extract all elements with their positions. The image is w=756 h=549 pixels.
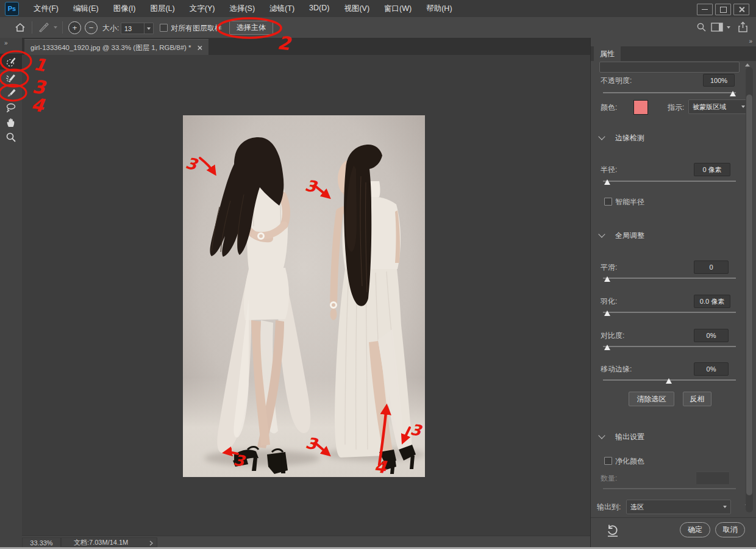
- collapse-panel-icon[interactable]: »: [4, 40, 7, 46]
- tool-preset-chevron-icon[interactable]: [54, 26, 57, 29]
- shift-edge-value-field[interactable]: 0%: [694, 362, 729, 376]
- contrast-slider-thumb[interactable]: [604, 345, 610, 350]
- document-info-field: 文档:7.03M/14.1M: [61, 537, 157, 547]
- maximize-button[interactable]: [715, 4, 731, 15]
- opacity-label: 不透明度:: [601, 76, 632, 86]
- shift-edge-label: 移动边缘:: [601, 364, 632, 375]
- shift-edge-slider-thumb[interactable]: [666, 378, 672, 384]
- status-chevron-icon[interactable]: [149, 540, 153, 546]
- menu-view[interactable]: 视图(V): [344, 4, 369, 14]
- feather-label: 羽化:: [601, 296, 617, 307]
- edge-detection-header[interactable]: 边缘检测: [615, 133, 644, 143]
- radius-slider-thumb[interactable]: [604, 179, 610, 185]
- menu-type[interactable]: 文字(Y): [190, 4, 215, 14]
- panel-collapse-icon[interactable]: »: [749, 38, 752, 45]
- tool-preset-brush-icon[interactable]: [38, 22, 50, 33]
- brush-tool[interactable]: [0, 85, 22, 101]
- document-size-info: 文档:7.03M/14.1M: [74, 538, 128, 547]
- maximize-icon: [720, 7, 727, 13]
- edge-detection-chevron-icon[interactable]: [598, 133, 605, 140]
- decrease-brush-button[interactable]: −: [85, 21, 98, 34]
- brush-icon: [5, 87, 17, 99]
- panel-scrollbar-thumb[interactable]: [746, 95, 752, 495]
- decontaminate-colors-checkbox[interactable]: [604, 457, 612, 465]
- brush-size-select[interactable]: 13: [121, 23, 154, 34]
- menu-window[interactable]: 窗口(W): [384, 4, 412, 14]
- menu-layer[interactable]: 图层(L): [150, 4, 174, 14]
- sample-all-layers-checkbox[interactable]: [160, 24, 168, 32]
- workspace-chevron-icon[interactable]: [727, 26, 730, 29]
- share-icon[interactable]: [738, 21, 748, 33]
- hand-tool[interactable]: [0, 115, 22, 131]
- menu-image[interactable]: 图像(I): [113, 4, 136, 14]
- increase-brush-button[interactable]: +: [68, 21, 81, 34]
- contrast-value-field[interactable]: 0%: [694, 329, 729, 342]
- search-icon[interactable]: [696, 22, 707, 32]
- menu-filter[interactable]: 滤镜(T): [269, 4, 294, 14]
- hand-icon: [5, 117, 17, 129]
- contrast-slider[interactable]: [603, 346, 736, 347]
- ok-button[interactable]: 确定: [680, 522, 710, 537]
- scroll-up-icon[interactable]: [745, 63, 750, 66]
- menu-edit[interactable]: 编辑(E): [73, 4, 99, 14]
- plus-icon: +: [73, 24, 77, 32]
- smooth-slider-thumb[interactable]: [604, 276, 610, 282]
- smart-radius-checkbox[interactable]: [604, 198, 612, 206]
- global-refine-header[interactable]: 全局调整: [615, 231, 644, 241]
- global-refine-chevron-icon[interactable]: [598, 231, 605, 237]
- select-subject-button[interactable]: 选择主体: [229, 21, 273, 35]
- clear-selection-button[interactable]: 清除选区: [629, 392, 674, 406]
- opacity-slider-thumb[interactable]: [730, 91, 736, 96]
- radius-value-field[interactable]: 0 像素: [694, 163, 730, 176]
- smooth-slider[interactable]: [603, 278, 736, 279]
- output-settings-header[interactable]: 输出设置: [615, 432, 644, 442]
- lasso-tool[interactable]: [0, 100, 22, 116]
- quick-selection-tool[interactable]: [0, 54, 22, 70]
- menu-3d[interactable]: 3D(D): [309, 4, 329, 14]
- smooth-value-field[interactable]: 0: [694, 260, 729, 274]
- refine-edge-brush-tool[interactable]: [0, 70, 22, 86]
- panel-tab-strip: 属性: [591, 46, 756, 61]
- home-icon[interactable]: [15, 22, 26, 33]
- view-mode-field-partial[interactable]: [599, 62, 740, 73]
- menu-help[interactable]: 帮助(H): [426, 4, 452, 14]
- smooth-label: 平滑:: [601, 262, 617, 273]
- shift-edge-slider[interactable]: [603, 379, 736, 381]
- brush-size-value: 13: [121, 25, 144, 32]
- refine-edge-brush-icon: [5, 72, 17, 84]
- output-to-value: 选区: [630, 503, 644, 512]
- document-title: girl-1333640_1920.jpg @ 33.3% (图层 1, RGB…: [30, 43, 191, 52]
- indicates-dropdown[interactable]: 被蒙版区域: [688, 99, 749, 114]
- tab-close-icon[interactable]: [197, 45, 201, 49]
- document-image[interactable]: [183, 115, 425, 477]
- title-bar: Ps 文件(F) 编辑(E) 图像(I) 图层(L) 文字(Y) 选择(S) 滤…: [0, 0, 756, 18]
- tab-properties[interactable]: 属性: [594, 46, 621, 61]
- opacity-slider[interactable]: [603, 92, 736, 93]
- feather-slider[interactable]: [603, 312, 736, 313]
- invert-button[interactable]: 反相: [683, 392, 711, 406]
- properties-panel: » 属性 不透明度: 100% 颜色: 指示: 被蒙版区域 边缘检测 半径: 0…: [590, 38, 756, 549]
- reset-button[interactable]: [606, 524, 619, 537]
- photoshop-window: Ps 文件(F) 编辑(E) 图像(I) 图层(L) 文字(Y) 选择(S) 滤…: [0, 0, 756, 549]
- minimize-button[interactable]: [697, 4, 713, 15]
- output-to-dropdown[interactable]: 选区: [626, 500, 731, 514]
- feather-value-field[interactable]: 0.0 像素: [694, 295, 730, 308]
- options-bar: + − 大小: 13 对所有图层取样 选择主体: [0, 17, 756, 38]
- close-button[interactable]: [733, 4, 749, 15]
- opacity-value-field[interactable]: 100%: [703, 74, 735, 87]
- radius-slider[interactable]: [603, 181, 736, 182]
- menu-file[interactable]: 文件(F): [34, 4, 59, 14]
- workspace-layout-icon[interactable]: [711, 23, 723, 32]
- feather-slider-thumb[interactable]: [604, 310, 610, 316]
- zoom-tool[interactable]: [0, 129, 22, 145]
- overlay-color-swatch[interactable]: [633, 100, 648, 115]
- decontaminate-colors-label: 净化颜色: [615, 456, 644, 467]
- cancel-button[interactable]: 取消: [715, 522, 745, 537]
- canvas-area[interactable]: [22, 55, 590, 536]
- minimize-icon: [702, 9, 708, 10]
- amount-value-field: [696, 472, 730, 485]
- menu-select[interactable]: 选择(S): [229, 4, 255, 14]
- output-settings-chevron-icon[interactable]: [598, 432, 605, 439]
- document-tab[interactable]: girl-1333640_1920.jpg @ 33.3% (图层 1, RGB…: [24, 39, 209, 56]
- indicates-label: 指示:: [668, 102, 684, 113]
